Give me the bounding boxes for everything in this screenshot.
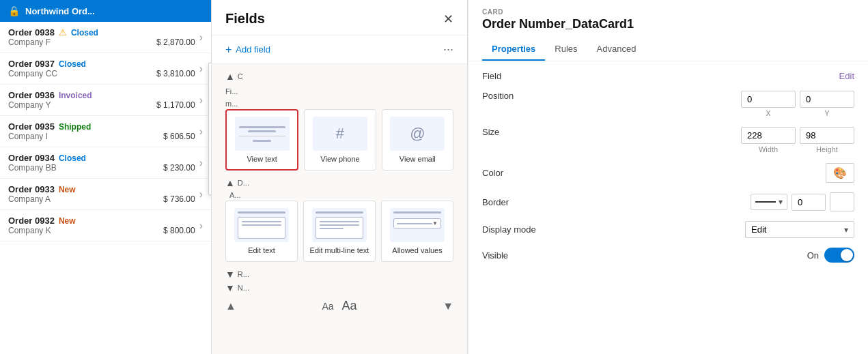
tab-advanced[interactable]: Advanced xyxy=(587,38,646,61)
order-row[interactable]: Order 0932 New Company K $ 800.00 › xyxy=(0,210,211,241)
card-type-label: CARD xyxy=(482,8,854,16)
nav-up-button[interactable]: ▲ xyxy=(225,300,236,312)
order-row[interactable]: Order 0933 New Company A $ 736.00 › xyxy=(0,179,211,210)
nav-down-button[interactable]: ▼ xyxy=(443,300,453,312)
toggle-on-label: On xyxy=(807,250,819,261)
order-row[interactable]: Order 0938 ⚠ Closed Company F $ 2,870.00… xyxy=(0,22,211,53)
border-prop-row: Border ▾ xyxy=(482,192,854,211)
position-label: Position xyxy=(482,91,514,101)
order-number: Order 0933 xyxy=(8,184,55,194)
font-small-icon[interactable]: Aa xyxy=(322,301,333,312)
tab-rules[interactable]: Rules xyxy=(545,38,587,61)
order-status: New xyxy=(59,185,76,194)
close-button[interactable]: ✕ xyxy=(443,13,453,25)
fields-panel: Fields ✕ + Add field ··· ▲ C Fi... m... xyxy=(212,0,468,354)
position-prop-row: Position X Y xyxy=(482,91,854,117)
border-color-picker[interactable] xyxy=(830,192,854,211)
view-text-label: View text xyxy=(247,155,277,163)
dropdown-box: ▼ xyxy=(393,218,441,228)
width-label: Width xyxy=(741,145,796,153)
props-body: Field Edit Position X Y Size xyxy=(468,61,868,354)
order-number: Order 0938 xyxy=(8,27,55,38)
line xyxy=(320,224,359,226)
order-company: Company I xyxy=(8,132,48,141)
fields-header: Fields ✕ xyxy=(212,0,467,35)
order-status: New xyxy=(59,216,76,226)
visible-label: Visible xyxy=(482,250,508,261)
add-field-row: + Add field ··· xyxy=(212,35,467,64)
display-mode-prop-row: Display mode Edit ▾ xyxy=(482,221,854,238)
preview-box xyxy=(316,217,363,239)
chevron-right-icon: › xyxy=(199,220,203,232)
order-info: Order 0937 Closed Company CC $ 3,810.00 xyxy=(8,59,195,78)
order-company: Company F xyxy=(8,38,51,47)
order-list: Order 0938 ⚠ Closed Company F $ 2,870.00… xyxy=(0,22,211,241)
view-phone-label: View phone xyxy=(320,155,359,163)
height-label: Height xyxy=(800,145,854,153)
border-width-input[interactable] xyxy=(792,194,826,211)
add-field-label: Add field xyxy=(236,44,270,55)
view-phone-preview: # xyxy=(313,117,367,151)
dropdown-arrow-icon: ▼ xyxy=(432,220,438,226)
order-info: Order 0936 Invoiced Company Y $ 1,170.00 xyxy=(8,90,195,110)
order-amount: $ 230.00 xyxy=(163,163,195,173)
view-text-preview xyxy=(235,117,290,151)
order-amount: $ 1,170.00 xyxy=(156,100,195,110)
visible-prop-row: Visible On xyxy=(482,248,854,263)
order-row[interactable]: Order 0934 Closed Company BB $ 230.00 › xyxy=(0,147,211,179)
order-row[interactable]: Order 0935 Shipped Company I $ 606.50 › xyxy=(0,116,211,147)
props-header: CARD Order Number_DataCard1 Properties R… xyxy=(468,0,868,61)
chevron-right-icon: › xyxy=(199,157,203,169)
properties-panel: CARD Order Number_DataCard1 Properties R… xyxy=(468,0,868,354)
font-large-icon[interactable]: Aa xyxy=(342,299,357,313)
edit-multi-card[interactable]: Edit multi-line text xyxy=(303,201,376,262)
display-mode-select[interactable]: Edit ▾ xyxy=(745,221,854,238)
collapse-n-icon[interactable]: ▼ xyxy=(225,282,235,293)
order-company: Company K xyxy=(8,226,51,235)
size-height-input[interactable] xyxy=(800,127,854,144)
color-picker-button[interactable]: 🎨 xyxy=(826,163,854,183)
order-status: Closed xyxy=(59,59,86,69)
view-text-card[interactable]: View text xyxy=(225,109,298,171)
chevron-right-icon: › xyxy=(199,126,203,138)
chevron-right-icon: › xyxy=(199,188,203,201)
field-edit-link[interactable]: Edit xyxy=(839,71,854,81)
fields-scroll-area: ▲ C Fi... m... View text # V xyxy=(212,64,467,354)
warning-icon: ⚠ xyxy=(59,27,67,38)
chevron-right-icon: › xyxy=(199,31,203,44)
collapse-r-icon[interactable]: ▼ xyxy=(225,269,235,280)
collapse-d-icon[interactable]: ▲ xyxy=(225,177,235,188)
order-status: Closed xyxy=(59,153,86,163)
order-number: Order 0937 xyxy=(8,59,55,69)
border-inputs: ▾ xyxy=(751,192,854,211)
order-number: Order 0932 xyxy=(8,216,55,226)
order-company: Company BB xyxy=(8,163,57,173)
allowed-values-preview: ▼ xyxy=(390,208,445,242)
props-tabs: Properties Rules Advanced xyxy=(482,38,854,61)
order-row[interactable]: Order 0937 Closed Company CC $ 3,810.00 … xyxy=(0,53,211,85)
allowed-values-card[interactable]: ▼ Allowed values xyxy=(381,201,453,262)
add-field-button[interactable]: + Add field xyxy=(225,44,270,56)
order-info: Order 0934 Closed Company BB $ 230.00 xyxy=(8,153,195,173)
border-label: Border xyxy=(482,197,509,207)
edit-field-types-row: Edit text Edit multi-line text xyxy=(225,201,453,262)
tab-properties[interactable]: Properties xyxy=(482,38,545,61)
header-title: Northwind Ord... xyxy=(25,6,95,16)
preview-lines xyxy=(316,218,363,233)
order-row[interactable]: Order 0936 Invoiced Company Y $ 1,170.00… xyxy=(0,85,211,116)
color-picker-icon: 🎨 xyxy=(833,166,847,179)
y-label: Y xyxy=(800,109,854,117)
border-style-select[interactable]: ▾ xyxy=(751,194,787,210)
position-y-input[interactable] xyxy=(800,91,854,108)
position-inputs: X Y xyxy=(741,91,854,117)
position-x-input[interactable] xyxy=(741,91,796,108)
edit-text-preview xyxy=(234,208,289,242)
view-email-card[interactable]: @ View email xyxy=(382,109,453,171)
collapse-arrow-icon[interactable]: ▲ xyxy=(225,71,235,82)
view-phone-card[interactable]: # View phone xyxy=(304,109,376,171)
preview-line xyxy=(248,130,276,132)
edit-text-card[interactable]: Edit text xyxy=(225,201,298,262)
visible-toggle-track[interactable] xyxy=(824,248,854,263)
size-width-input[interactable] xyxy=(741,127,796,144)
more-options-button[interactable]: ··· xyxy=(443,42,453,57)
